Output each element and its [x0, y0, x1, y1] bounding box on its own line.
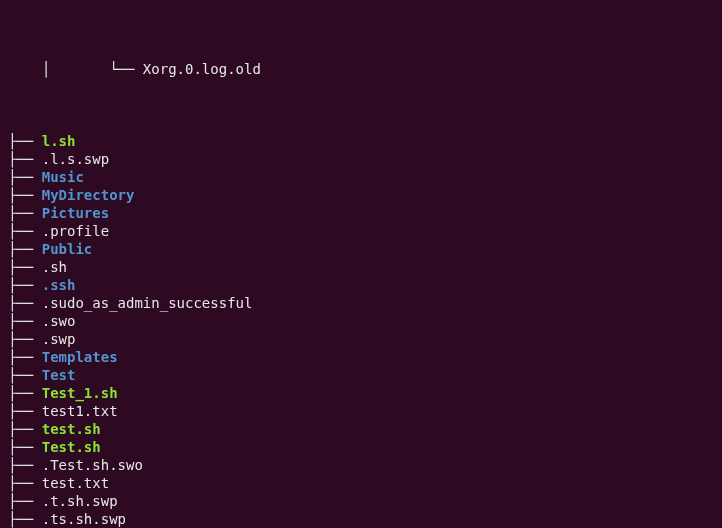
tree-entry: .ts.sh.swp	[42, 510, 126, 528]
terminal-output[interactable]: │ └── Xorg.0.log.old ├── l.sh├── .l.s.sw…	[0, 0, 722, 528]
tree-row: ├── Test.sh	[8, 438, 714, 456]
tree-row: ├── test.txt	[8, 474, 714, 492]
tree-branch-glyph: ├──	[8, 402, 42, 420]
tree-branch-glyph: ├──	[8, 474, 42, 492]
tree-entry: .t.sh.swp	[42, 492, 118, 510]
tree-branch-glyph: ├──	[8, 510, 42, 528]
tree-entry: .swp	[42, 330, 76, 348]
tree-row: ├── test.sh	[8, 420, 714, 438]
tree-branch-glyph: ├──	[8, 330, 42, 348]
tree-row: ├── .profile	[8, 222, 714, 240]
tree-row: │ └── Xorg.0.log.old	[8, 60, 714, 78]
tree-branch-glyph: ├──	[8, 186, 42, 204]
tree-entry: Public	[42, 240, 93, 258]
tree-entry: .ssh	[42, 276, 76, 294]
tree-row: ├── Public	[8, 240, 714, 258]
tree-row: ├── test1.txt	[8, 402, 714, 420]
tree-entry: Xorg.0.log.old	[143, 60, 261, 78]
tree-branch-glyph: ├──	[8, 366, 42, 384]
tree-branch-glyph: ├──	[8, 492, 42, 510]
tree-entry: Test	[42, 366, 76, 384]
tree-branch-glyph: ├──	[8, 276, 42, 294]
tree-row: ├── .ssh	[8, 276, 714, 294]
tree-row: ├── .sudo_as_admin_successful	[8, 294, 714, 312]
tree-branch-glyph: ├──	[8, 222, 42, 240]
tree-branch-glyph: ├──	[8, 456, 42, 474]
tree-row: ├── .swp	[8, 330, 714, 348]
tree-row: ├── .l.s.swp	[8, 150, 714, 168]
tree-entry: .profile	[42, 222, 109, 240]
tree-branch-glyph: ├──	[8, 438, 42, 456]
tree-entry: Pictures	[42, 204, 109, 222]
tree-entry: l.sh	[42, 132, 76, 150]
tree-branch-glyph: ├──	[8, 132, 42, 150]
tree-branch-glyph: ├──	[8, 294, 42, 312]
tree-branch-glyph: ├──	[8, 258, 42, 276]
tree-entry: test1.txt	[42, 402, 118, 420]
tree-entry: Test_1.sh	[42, 384, 118, 402]
tree-row: ├── .swo	[8, 312, 714, 330]
tree-row: ├── l.sh	[8, 132, 714, 150]
tree-branch-glyph: ├──	[8, 312, 42, 330]
tree-entry: test.txt	[42, 474, 109, 492]
tree-row: ├── .Test.sh.swo	[8, 456, 714, 474]
tree-branch-glyph: ├──	[8, 204, 42, 222]
tree-entry: MyDirectory	[42, 186, 135, 204]
tree-row: ├── Music	[8, 168, 714, 186]
tree-branch-glyph: ├──	[8, 240, 42, 258]
tree-row: ├── MyDirectory	[8, 186, 714, 204]
tree-entry: Music	[42, 168, 84, 186]
tree-entry: .swo	[42, 312, 76, 330]
tree-branch-glyph: ├──	[8, 420, 42, 438]
tree-entry: Test.sh	[42, 438, 101, 456]
tree-branch-glyph: ├──	[8, 384, 42, 402]
tree-row: ├── Pictures	[8, 204, 714, 222]
tree-entry: .Test.sh.swo	[42, 456, 143, 474]
tree-branch-glyph: ├──	[8, 168, 42, 186]
tree-row: ├── .t.sh.swp	[8, 492, 714, 510]
tree-branch-glyph: │ └──	[8, 60, 143, 78]
tree-entry: test.sh	[42, 420, 101, 438]
tree-row: ├── .sh	[8, 258, 714, 276]
tree-row: ├── Test_1.sh	[8, 384, 714, 402]
tree-branch-glyph: ├──	[8, 348, 42, 366]
tree-entry: .sudo_as_admin_successful	[42, 294, 253, 312]
tree-row: ├── Test	[8, 366, 714, 384]
tree-entry: Templates	[42, 348, 118, 366]
tree-row: ├── .ts.sh.swp	[8, 510, 714, 528]
tree-branch-glyph: ├──	[8, 150, 42, 168]
tree-entry: .l.s.swp	[42, 150, 109, 168]
tree-row: ├── Templates	[8, 348, 714, 366]
tree-entry: .sh	[42, 258, 67, 276]
